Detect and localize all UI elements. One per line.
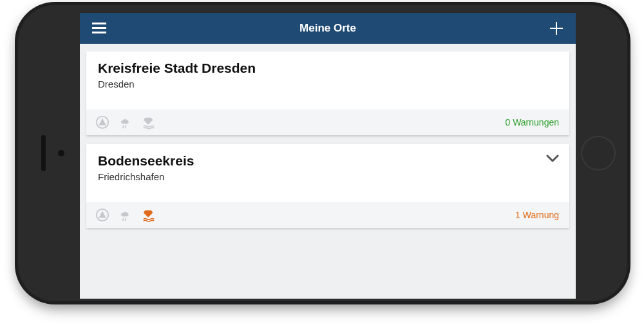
app-screen: Meine Orte Kreisfreie Stadt Dresden Dres… (80, 13, 576, 299)
warning-count: 0 Warnungen (505, 117, 559, 127)
place-card[interactable]: Bodenseekreis Friedrichshafen 1 Warnung (86, 144, 569, 228)
phone-frame-inner: Meine Orte Kreisfreie Stadt Dresden Dres… (18, 5, 627, 301)
page-title: Meine Orte (299, 22, 356, 35)
place-card[interactable]: Kreisfreie Stadt Dresden Dresden 0 Warnu… (86, 51, 569, 135)
plus-icon (550, 22, 563, 35)
warning-icons (95, 115, 156, 129)
place-card-header: Kreisfreie Stadt Dresden Dresden (86, 51, 569, 109)
place-title: Kreisfreie Stadt Dresden (98, 61, 558, 76)
place-subtitle: Dresden (98, 79, 558, 89)
svg-rect-0 (92, 23, 106, 24)
phone-camera (58, 150, 64, 156)
warning-count: 1 Warnung (515, 210, 559, 220)
civil-protection-icon (95, 115, 109, 129)
home-button[interactable] (581, 136, 616, 171)
warning-icons (95, 208, 156, 222)
content-area: Kreisfreie Stadt Dresden Dresden 0 Warnu… (80, 44, 576, 228)
hamburger-icon (92, 23, 106, 34)
svg-rect-2 (92, 32, 106, 33)
place-card-header: Bodenseekreis Friedrichshafen (86, 144, 569, 202)
expand-button[interactable] (546, 154, 559, 166)
menu-button[interactable] (90, 19, 108, 37)
weather-icon (118, 208, 133, 222)
phone-speaker (41, 135, 46, 171)
civil-protection-icon (95, 208, 109, 222)
phone-frame: Meine Orte Kreisfreie Stadt Dresden Dres… (15, 2, 630, 304)
chevron-down-icon (546, 154, 559, 164)
place-title: Bodenseekreis (98, 153, 558, 169)
svg-rect-1 (92, 27, 106, 29)
place-card-footer: 0 Warnungen (86, 109, 569, 135)
navbar: Meine Orte (80, 13, 576, 44)
svg-rect-4 (550, 28, 563, 29)
flood-icon (142, 115, 156, 129)
place-subtitle: Friedrichshafen (98, 171, 558, 182)
add-place-button[interactable] (547, 19, 565, 37)
flood-icon (142, 208, 156, 222)
weather-icon (118, 115, 133, 129)
place-card-footer: 1 Warnung (86, 202, 569, 228)
